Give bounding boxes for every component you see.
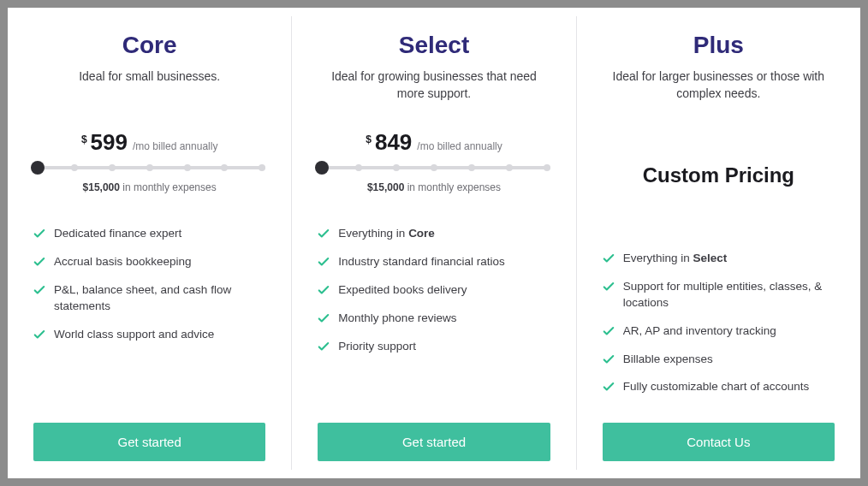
check-icon [603, 381, 615, 393]
check-icon [603, 353, 615, 365]
price-amount: 849 [375, 129, 412, 156]
plan-title: Plus [603, 32, 835, 59]
check-icon [603, 325, 615, 337]
check-icon [603, 281, 615, 293]
expense-slider[interactable] [33, 159, 265, 178]
list-item: Priority support [318, 339, 550, 355]
check-icon [318, 341, 330, 353]
plan-plus: Plus Ideal for larger businesses or thos… [577, 8, 860, 478]
list-item: World class support and advice [33, 327, 265, 343]
check-icon [33, 228, 45, 240]
plan-desc: Ideal for growing businesses that need m… [318, 68, 550, 104]
list-item: Everything in Core [318, 226, 550, 242]
check-icon [603, 252, 615, 264]
list-item: Monthly phone reviews [318, 311, 550, 327]
check-icon [318, 284, 330, 296]
plan-title: Core [33, 32, 265, 59]
price-currency: $ [81, 133, 87, 145]
price-suffix: /mo billed annually [133, 140, 217, 152]
check-icon [318, 312, 330, 324]
contact-us-button[interactable]: Contact Us [603, 423, 835, 461]
list-item: Support for multiple entities, classes, … [603, 279, 835, 311]
plan-desc: Ideal for larger businesses or those wit… [603, 68, 835, 104]
price-amount: 599 [91, 129, 128, 156]
price-block: $ 849 /mo billed annually [318, 129, 550, 156]
list-item: Fully customizable chart of accounts [603, 379, 835, 395]
list-item: AR, AP and inventory tracking [603, 323, 835, 340]
custom-pricing-label: Custom Pricing [603, 163, 835, 187]
slider-thumb[interactable] [315, 161, 329, 175]
check-icon [33, 329, 45, 341]
list-item: P&L, balance sheet, and cash flow statem… [33, 282, 265, 315]
feature-list: Everything in Select Support for multipl… [603, 251, 835, 409]
price-currency: $ [366, 133, 372, 145]
slider-dots [318, 164, 550, 171]
price-suffix: /mo billed annually [417, 140, 502, 152]
check-icon [318, 256, 330, 268]
slider-thumb[interactable] [31, 161, 45, 175]
list-item: Accrual basis bookkeeping [33, 254, 265, 270]
list-item: Industry standard financial ratios [318, 254, 550, 270]
plan-desc: Ideal for small businesses. [33, 68, 265, 104]
slider-label: $15,000 in monthly expenses [318, 181, 550, 193]
slider-dots [33, 164, 265, 171]
list-item: Expedited books delivery [318, 282, 550, 299]
plan-select: Select Ideal for growing businesses that… [292, 8, 575, 478]
feature-list: Dedicated finance expert Accrual basis b… [33, 226, 265, 409]
check-icon [33, 256, 45, 268]
feature-list: Everything in Core Industry standard fin… [318, 226, 550, 409]
get-started-button[interactable]: Get started [318, 423, 550, 461]
check-icon [318, 228, 330, 240]
slider-label: $15,000 in monthly expenses [33, 181, 265, 193]
plan-title: Select [318, 32, 550, 59]
check-icon [33, 284, 45, 296]
list-item: Billable expenses [603, 352, 835, 368]
pricing-page: Core Ideal for small businesses. $ 599 /… [8, 8, 860, 478]
price-block: $ 599 /mo billed annually [33, 129, 265, 156]
list-item: Everything in Select [603, 251, 835, 267]
get-started-button[interactable]: Get started [33, 423, 265, 461]
expense-slider[interactable] [318, 159, 550, 178]
plan-core: Core Ideal for small businesses. $ 599 /… [8, 8, 291, 478]
list-item: Dedicated finance expert [33, 226, 265, 242]
